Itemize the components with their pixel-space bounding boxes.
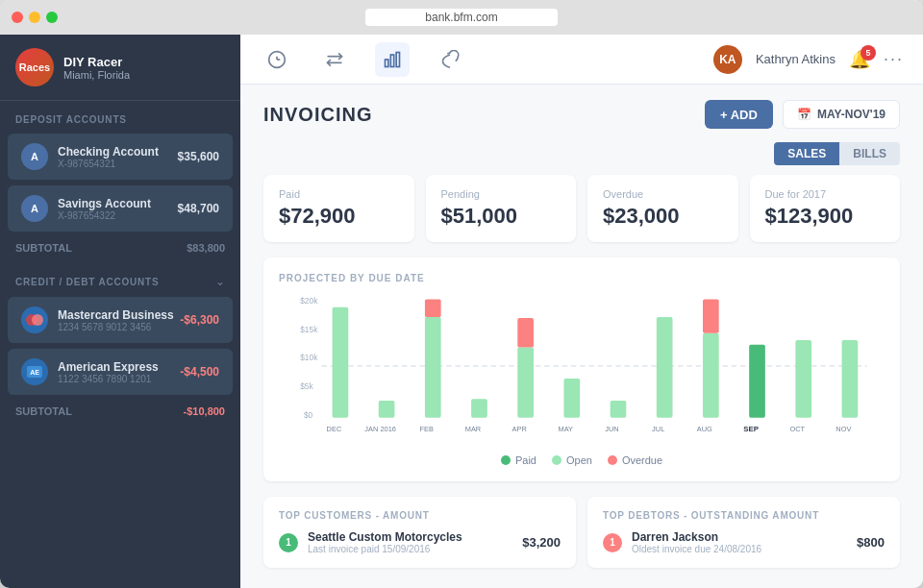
svg-rect-30 bbox=[842, 340, 859, 418]
svg-text:SEP: SEP bbox=[743, 425, 759, 433]
stat-pending-value: $51,000 bbox=[441, 204, 561, 229]
stat-overdue-value: $23,000 bbox=[603, 204, 723, 229]
page-header: INVOICING + ADD 📅 MAY-NOV'19 bbox=[263, 100, 900, 129]
legend-open: Open bbox=[552, 454, 592, 466]
debtor-row-1: 1 Darren Jackson Oldest invoice due 24/0… bbox=[603, 530, 885, 554]
stat-pending-label: Pending bbox=[441, 188, 561, 200]
user-name: Kathryn Atkins bbox=[756, 52, 836, 66]
mastercard-number: 1234 5678 9012 3456 bbox=[58, 322, 180, 332]
url-bar[interactable]: bank.bfm.com bbox=[365, 9, 558, 26]
legend-paid-label: Paid bbox=[515, 454, 536, 466]
notification-badge: 5 bbox=[861, 45, 876, 61]
savings-info: Savings Account X-987654322 bbox=[58, 197, 178, 221]
svg-rect-20 bbox=[471, 399, 487, 417]
minimize-button[interactable] bbox=[29, 12, 40, 23]
deposit-subtotal-value: $83,800 bbox=[187, 242, 225, 254]
customer-name-1: Seattle Custom Motorcycles bbox=[308, 530, 512, 544]
legend-overdue-dot bbox=[608, 455, 617, 465]
svg-text:JUN: JUN bbox=[605, 425, 618, 433]
amex-icon: AE bbox=[21, 358, 48, 385]
company-info: DIY Racer Miami, Florida bbox=[63, 55, 130, 81]
notification-button[interactable]: 🔔 5 bbox=[849, 49, 870, 70]
top-debtors-card: TOP DEBTORS - OUTSTANDING AMOUNT 1 Darre… bbox=[587, 497, 900, 568]
svg-text:NOV: NOV bbox=[836, 425, 851, 433]
maximize-button[interactable] bbox=[46, 12, 58, 23]
savings-name: Savings Account bbox=[58, 197, 178, 210]
customer-row-1: 1 Seattle Custom Motorcycles Last invoic… bbox=[279, 530, 561, 554]
date-range-label: MAY-NOV'19 bbox=[817, 108, 886, 121]
date-range-button[interactable]: 📅 MAY-NOV'19 bbox=[783, 100, 900, 129]
debtor-amount-1: $800 bbox=[857, 535, 885, 550]
mastercard-account-item[interactable]: Mastercard Business 1234 5678 9012 3456 … bbox=[8, 297, 233, 343]
nav-right: KA Kathryn Atkins 🔔 5 ··· bbox=[713, 45, 904, 74]
bottom-row: TOP CUSTOMERS - AMOUNT 1 Seattle Custom … bbox=[263, 497, 900, 568]
amex-balance: -$4,500 bbox=[180, 365, 219, 379]
svg-text:$20k: $20k bbox=[300, 296, 318, 306]
stat-overdue: Overdue $23,000 bbox=[587, 175, 738, 242]
svg-rect-18 bbox=[425, 317, 441, 418]
top-customers-card: TOP CUSTOMERS - AMOUNT 1 Seattle Custom … bbox=[263, 497, 576, 568]
checking-balance: $35,600 bbox=[178, 150, 219, 163]
debtor-rank-1: 1 bbox=[603, 533, 622, 552]
svg-text:AUG: AUG bbox=[697, 425, 712, 433]
amex-account-item[interactable]: AE American Express 1122 3456 7890 1201 … bbox=[8, 349, 233, 395]
sales-toggle-button[interactable]: SALES bbox=[774, 142, 839, 165]
chevron-down-icon[interactable]: ⌄ bbox=[215, 275, 225, 288]
svg-rect-27 bbox=[703, 299, 719, 332]
amex-number: 1122 3456 7890 1201 bbox=[58, 374, 180, 384]
calendar-icon: 📅 bbox=[797, 108, 811, 121]
top-nav: KA Kathryn Atkins 🔔 5 ··· bbox=[240, 35, 923, 85]
page-title: INVOICING bbox=[263, 104, 372, 126]
legend-overdue: Overdue bbox=[608, 454, 662, 466]
top-debtors-title: TOP DEBTORS - OUTSTANDING AMOUNT bbox=[603, 510, 885, 521]
amex-name: American Express bbox=[58, 360, 180, 374]
mastercard-name: Mastercard Business bbox=[58, 308, 180, 322]
svg-rect-25 bbox=[657, 317, 673, 418]
chart-title: PROJECTED BY DUE DATE bbox=[279, 273, 885, 283]
header-actions: + ADD 📅 MAY-NOV'19 bbox=[705, 100, 900, 129]
sidebar-header: Races DIY Racer Miami, Florida bbox=[0, 35, 240, 101]
more-options-button[interactable]: ··· bbox=[884, 49, 904, 69]
amex-info: American Express 1122 3456 7890 1201 bbox=[58, 360, 180, 384]
checking-account-item[interactable]: A Checking Account X-987654321 $35,600 bbox=[8, 134, 233, 180]
close-button[interactable] bbox=[12, 12, 23, 23]
checking-info: Checking Account X-987654321 bbox=[58, 145, 178, 169]
svg-point-1 bbox=[32, 314, 43, 326]
deposit-section-label: DEPOSIT ACCOUNTS bbox=[0, 101, 240, 131]
stat-due2017-value: $123,900 bbox=[765, 204, 886, 229]
credit-section-header: CREDIT / DEBT ACCOUNTS ⌄ bbox=[0, 261, 240, 294]
user-avatar: KA bbox=[713, 45, 742, 74]
stats-row: Paid $72,900 Pending $51,000 Overdue $23… bbox=[263, 175, 900, 242]
svg-rect-26 bbox=[703, 333, 719, 418]
top-customers-title: TOP CUSTOMERS - AMOUNT bbox=[279, 510, 561, 521]
legend-overdue-label: Overdue bbox=[622, 454, 662, 466]
nav-savings-btn[interactable] bbox=[433, 42, 467, 77]
svg-text:DEC: DEC bbox=[327, 425, 342, 433]
nav-dashboard-btn[interactable] bbox=[260, 42, 294, 77]
customer-date-1: Last invoice paid 15/09/2016 bbox=[308, 544, 512, 554]
savings-account-item[interactable]: A Savings Account X-987654322 $48,700 bbox=[8, 185, 233, 232]
stat-pending: Pending $51,000 bbox=[426, 175, 577, 242]
customer-info-1: Seattle Custom Motorcycles Last invoice … bbox=[308, 530, 512, 554]
checking-icon: A bbox=[21, 143, 48, 170]
nav-icons bbox=[260, 42, 713, 77]
add-button[interactable]: + ADD bbox=[705, 100, 773, 129]
nav-transfer-btn[interactable] bbox=[317, 42, 352, 77]
savings-balance: $48,700 bbox=[178, 202, 219, 215]
credit-subtotal-label: SUBTOTAL bbox=[15, 405, 72, 417]
nav-chart-btn[interactable] bbox=[375, 42, 410, 77]
savings-number: X-987654322 bbox=[58, 210, 178, 221]
svg-text:MAY: MAY bbox=[559, 425, 574, 433]
legend-paid-dot bbox=[501, 455, 511, 465]
svg-rect-22 bbox=[517, 318, 534, 348]
stat-due2017: Due for 2017 $123,900 bbox=[750, 175, 901, 242]
deposit-subtotal-label: SUBTOTAL bbox=[15, 242, 72, 254]
deposit-subtotal-row: SUBTOTAL $83,800 bbox=[0, 234, 240, 261]
title-bar: bank.bfm.com bbox=[0, 0, 923, 35]
customer-rank-1: 1 bbox=[279, 533, 298, 552]
svg-text:MAR: MAR bbox=[465, 425, 481, 433]
page-content: INVOICING + ADD 📅 MAY-NOV'19 SALES BILLS bbox=[240, 85, 923, 588]
chart-section: PROJECTED BY DUE DATE $20k $15k $10k $5k… bbox=[263, 257, 900, 481]
bills-toggle-button[interactable]: BILLS bbox=[839, 142, 900, 165]
app-body: Races DIY Racer Miami, Florida DEPOSIT A… bbox=[0, 35, 923, 588]
